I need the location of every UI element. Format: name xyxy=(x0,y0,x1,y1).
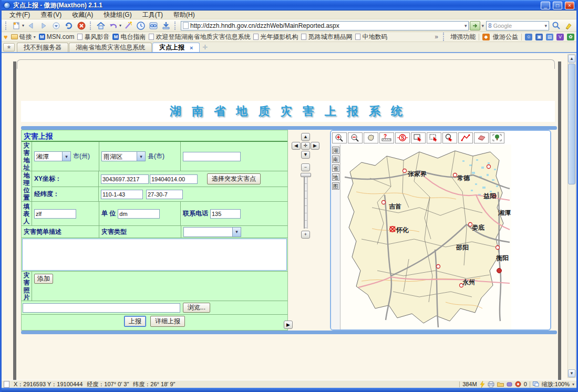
latitude-input[interactable] xyxy=(146,190,183,199)
tab-list-star-icon[interactable]: ★ xyxy=(3,43,15,51)
go-button[interactable] xyxy=(470,21,480,30)
map-zoom-out-icon[interactable] xyxy=(348,132,363,143)
pan-up-button[interactable]: ▲ xyxy=(301,133,310,141)
maximize-button[interactable]: □ xyxy=(553,2,562,9)
map-zoom-select-icon[interactable] xyxy=(442,132,457,143)
menu-tools[interactable]: 工具(T) xyxy=(138,10,168,20)
map-polyline-icon[interactable] xyxy=(458,132,473,143)
map-eraser-icon[interactable] xyxy=(474,132,489,143)
tab-disaster-report-active[interactable]: 灾点上报× xyxy=(152,43,200,52)
detail-report-button[interactable]: 详细上报 xyxy=(150,316,185,327)
undo-caret[interactable]: ▾ xyxy=(119,23,121,28)
bookmark-item[interactable]: 暴风影音 xyxy=(77,33,109,42)
collapse-panel-arrow-button[interactable]: ▶ xyxy=(284,321,293,329)
address-input[interactable] xyxy=(190,22,463,29)
bookmark-item[interactable]: MMSN.com xyxy=(39,33,75,40)
folder-icon[interactable] xyxy=(497,381,504,387)
popup-blocker-icon[interactable] xyxy=(515,381,521,387)
bookmark-item[interactable]: 觅路城市精品网 xyxy=(301,33,352,42)
highlighter-icon[interactable] xyxy=(563,20,574,31)
menu-favorites[interactable]: 收藏(A) xyxy=(67,10,98,20)
map-deselect-rect-icon[interactable] xyxy=(427,132,441,143)
address-dropdown-icon[interactable]: ▾ xyxy=(465,23,467,28)
submit-report-button[interactable]: 上报 xyxy=(124,316,146,327)
tab-server-not-found[interactable]: 找不到服务器 xyxy=(17,43,68,52)
map-full-extent-tree-icon[interactable] xyxy=(490,132,504,143)
y-coordinate-input[interactable] xyxy=(150,174,198,184)
enhance-features-link[interactable]: 增强功能 xyxy=(450,33,476,42)
boost-lightning-icon[interactable] xyxy=(480,381,485,388)
pan-left-button[interactable]: ◀ xyxy=(292,142,301,150)
search-dropdown-icon[interactable]: ▾ xyxy=(544,23,547,28)
longitude-input[interactable] xyxy=(101,190,143,199)
skin-icon[interactable]: ☺ xyxy=(525,34,532,40)
map-scale-tool-icon[interactable]: S xyxy=(395,132,410,143)
favorites-heart-icon[interactable]: ♥ xyxy=(4,33,8,41)
menu-help[interactable]: 帮助(H) xyxy=(169,10,200,20)
new-tab-plus-icon[interactable]: ✛ xyxy=(200,44,210,52)
pick-disaster-point-button[interactable]: 选择突发灾害点 xyxy=(207,173,261,184)
magic-wand-icon[interactable] xyxy=(122,20,134,31)
map-select-rect-icon[interactable] xyxy=(411,132,426,143)
pan-center-button[interactable]: ✛ xyxy=(301,142,310,150)
go-dropdown-icon[interactable]: ▾ xyxy=(481,23,484,28)
reporter-input[interactable] xyxy=(34,209,76,219)
menu-file[interactable]: 文件(F) xyxy=(5,10,35,20)
v-plugin-icon[interactable]: V xyxy=(556,34,564,40)
map-pan-hand-icon[interactable] xyxy=(364,132,378,143)
zoom-out-step-button[interactable]: − xyxy=(301,163,310,171)
photo-file-input[interactable] xyxy=(23,303,180,313)
zoom-in-step-button[interactable]: + xyxy=(301,231,310,239)
address-detail-input[interactable] xyxy=(183,152,241,161)
forward-icon[interactable] xyxy=(38,20,49,31)
bookmarks-overflow-chevron[interactable]: » xyxy=(435,33,438,40)
scrollbar-thumb[interactable] xyxy=(568,64,575,184)
zoom-level[interactable]: 缩放:100% xyxy=(542,380,570,388)
zoom-slider-track[interactable] xyxy=(304,176,308,229)
refresh-icon[interactable] xyxy=(63,20,75,31)
home-icon[interactable] xyxy=(95,20,107,31)
browse-button[interactable]: 浏览... xyxy=(183,303,210,313)
window-layout-icon[interactable]: ▣ xyxy=(535,34,543,40)
maxthon-charity-icon[interactable]: ◆ xyxy=(482,34,490,40)
plugin-icon[interactable]: ✿ xyxy=(567,34,574,40)
zoom-slider-handle[interactable] xyxy=(301,173,311,177)
charity-link[interactable]: 傲游公益 xyxy=(493,33,518,42)
undo-icon[interactable] xyxy=(108,20,119,31)
page-scrollbar[interactable]: ▲ ▼ xyxy=(567,54,576,378)
window-resize-icon[interactable] xyxy=(533,381,539,387)
proxy-icon[interactable] xyxy=(507,381,512,387)
scroll-down-icon[interactable]: ▼ xyxy=(568,369,575,377)
menu-view[interactable]: 查看(V) xyxy=(36,10,66,20)
bookmark-item[interactable]: M电台指南 xyxy=(112,33,146,42)
links-folder[interactable]: 链接▾ xyxy=(11,33,36,42)
map-zoom-in-icon[interactable] xyxy=(332,132,347,143)
county-select[interactable]: 雨湖区 ▾ xyxy=(101,151,146,161)
bookmark-item[interactable]: 欢迎登陆湖南省地质灾害信息系统 xyxy=(149,33,250,42)
back-icon[interactable] xyxy=(25,20,37,31)
x-coordinate-input[interactable] xyxy=(101,174,149,184)
search-box[interactable]: 8 Google ▾ xyxy=(486,21,549,30)
download-icon[interactable] xyxy=(160,20,172,31)
new-tab-icon[interactable] xyxy=(11,20,22,31)
bookmark-item[interactable]: 中地数码 xyxy=(355,33,387,42)
tab-hunan-geo-info-system[interactable]: 湖南省地质灾害信息系统 xyxy=(69,43,152,52)
bookmark-item[interactable]: 光年摄影机构 xyxy=(253,33,298,42)
menu-quickgroup[interactable]: 快捷组(G) xyxy=(99,10,136,20)
pan-down-button[interactable]: ▼ xyxy=(301,151,310,159)
search-icon[interactable] xyxy=(550,20,562,31)
zoom-dropdown-icon[interactable]: ▾ xyxy=(572,382,574,387)
map-canvas[interactable]: 张家界 常德 益阳 吉首 怀化 娄底 湘潭 邵阳 衡阳 永州 xyxy=(340,145,511,329)
add-photo-button[interactable]: 添加 xyxy=(34,274,53,284)
new-tab-caret[interactable]: ▾ xyxy=(22,23,24,28)
city-select[interactable]: 湘潭 ▾ xyxy=(34,151,71,161)
scroll-up-icon[interactable]: ▲ xyxy=(568,55,575,63)
history-clock-icon[interactable] xyxy=(135,20,147,31)
phone-input[interactable] xyxy=(210,209,241,219)
unit-input[interactable] xyxy=(118,209,160,219)
description-textarea[interactable] xyxy=(22,239,287,271)
disaster-type-select[interactable]: ▾ xyxy=(183,227,241,237)
pan-right-button[interactable]: ▶ xyxy=(311,142,319,150)
tab-close-icon[interactable]: × xyxy=(190,45,193,51)
note-icon[interactable]: ▤ xyxy=(546,34,553,40)
